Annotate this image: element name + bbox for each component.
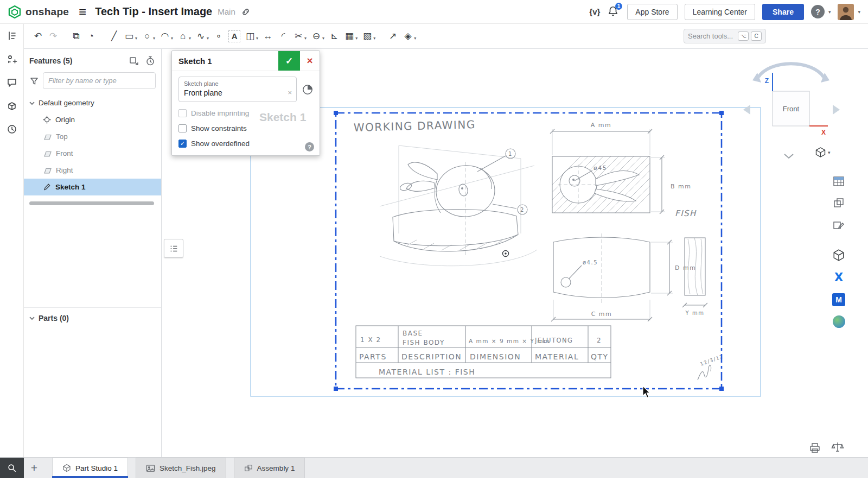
tree-item-front-plane[interactable]: Front <box>24 145 161 162</box>
avatar[interactable] <box>838 4 854 20</box>
search-tools-box[interactable]: Search tools... ⌥ C <box>684 29 766 43</box>
learning-center-button[interactable]: Learning Center <box>685 4 755 20</box>
point-tool-button[interactable]: ∘ <box>211 28 226 45</box>
edit-part-icon[interactable] <box>830 216 847 233</box>
chevron-down-icon[interactable]: ▾ <box>189 36 191 41</box>
display-grid-icon[interactable] <box>830 173 847 190</box>
rectangle-tool-button[interactable]: ▭ <box>122 28 137 45</box>
m-app-icon[interactable]: M <box>830 291 847 308</box>
pan-left-arrow-icon[interactable] <box>743 105 750 115</box>
history-clock-icon[interactable] <box>5 123 18 136</box>
insert-new-feature-icon[interactable] <box>129 55 139 66</box>
trim-tool-button[interactable]: ✂ <box>291 28 306 45</box>
share-link-icon[interactable] <box>241 7 251 17</box>
x-app-icon[interactable]: X <box>830 269 847 286</box>
measure-tool-button[interactable]: ⊾ <box>327 28 342 45</box>
app-store-button[interactable]: App Store <box>627 4 677 20</box>
isometric-cube-icon[interactable] <box>830 246 847 264</box>
arc-tool-button[interactable]: ◠ <box>157 28 173 45</box>
globe-icon[interactable] <box>830 313 847 330</box>
dimension-tool-button[interactable]: ↔ <box>260 28 276 45</box>
rollback-bar[interactable] <box>29 201 154 205</box>
tab-sketch-fish-jpeg[interactable]: Sketch_Fish.jpeg <box>136 458 226 478</box>
balance-scale-icon[interactable] <box>831 441 844 454</box>
tree-group-default-geometry[interactable]: Default geometry <box>24 94 161 111</box>
clear-selection-icon[interactable]: × <box>288 88 292 97</box>
offset-tool-button[interactable]: ⊖ <box>309 28 324 45</box>
chevron-down-icon[interactable]: ▾ <box>828 9 831 15</box>
sketch-origin-marker[interactable] <box>503 251 509 257</box>
branch-label[interactable]: Main <box>218 7 235 16</box>
fillet-tool-button[interactable]: ◜ <box>276 28 291 45</box>
rotate-arc[interactable] <box>758 64 824 77</box>
chevron-down-icon[interactable]: ▾ <box>858 9 860 15</box>
clock-icon[interactable] <box>302 84 313 95</box>
tab-search-button[interactable] <box>0 458 24 478</box>
chevron-down-icon[interactable]: ▾ <box>355 36 358 41</box>
circle-tool-button[interactable]: ○ <box>139 28 155 45</box>
dialog-help-button[interactable]: ? <box>305 142 314 151</box>
view-mode-cube-button[interactable]: ▾ <box>815 147 831 158</box>
inspect-tool-button[interactable]: ◈ <box>400 28 416 45</box>
checkbox-show-overdefined[interactable]: ✓ Show overdefined <box>178 140 313 148</box>
tree-item-origin[interactable]: Origin <box>24 111 161 128</box>
chevron-down-icon[interactable]: ▾ <box>153 36 155 41</box>
pan-right-arrow-icon[interactable] <box>833 105 840 115</box>
line-tool-button[interactable]: ╱ <box>106 28 122 45</box>
chevron-down-icon[interactable]: ▾ <box>414 36 416 41</box>
transform-tool-button[interactable]: ↗ <box>385 28 400 45</box>
share-button[interactable]: Share <box>762 4 804 20</box>
chevron-down-icon[interactable]: ▾ <box>135 36 137 41</box>
chevron-down-icon[interactable]: ▾ <box>171 36 173 41</box>
configurations-icon[interactable] <box>5 53 18 66</box>
sketch-plane-field[interactable]: Sketch plane Front plane × <box>178 77 297 102</box>
tree-item-right-plane[interactable]: Right <box>24 162 161 179</box>
tab-part-studio-1[interactable]: Part Studio 1 <box>52 458 128 478</box>
selection-handle[interactable] <box>334 387 338 391</box>
chevron-down-icon[interactable]: ▾ <box>256 36 258 41</box>
pattern-tool-button[interactable]: ▦ <box>342 28 357 45</box>
checkbox-icon[interactable] <box>178 124 187 132</box>
selection-handle[interactable] <box>719 387 724 391</box>
working-drawing-sketch-image[interactable]: WORKING DRAWING <box>354 118 725 380</box>
redo-button[interactable]: ↷ <box>46 28 61 45</box>
chevron-down-icon[interactable]: ▾ <box>207 36 209 41</box>
feature-list-icon[interactable] <box>5 29 18 42</box>
feature-list-toggle-button[interactable] <box>164 239 183 258</box>
parts-stack-icon[interactable] <box>830 194 847 212</box>
checkbox-icon[interactable] <box>178 109 187 117</box>
confirm-button[interactable]: ✓ <box>278 51 300 71</box>
tree-item-sketch-1[interactable]: Sketch 1 <box>24 179 161 195</box>
undo-button[interactable]: ↶ <box>30 28 46 45</box>
feature-filter-input[interactable] <box>43 72 156 89</box>
chevron-down-icon[interactable]: ▾ <box>373 36 375 41</box>
checkbox-show-constraints[interactable]: Show constraints <box>178 124 313 132</box>
checkbox-checked-icon[interactable]: ✓ <box>178 140 187 148</box>
mirror-tool-button[interactable]: ◫ <box>242 28 258 45</box>
printer-icon[interactable] <box>808 442 821 454</box>
help-button[interactable]: ? <box>811 5 825 18</box>
chevron-down-icon[interactable]: ▾ <box>322 36 324 41</box>
view-options-chevron-icon[interactable] <box>784 154 793 158</box>
tree-item-top-plane[interactable]: Top <box>24 128 161 145</box>
properties-box-icon[interactable] <box>5 99 18 112</box>
comments-icon[interactable] <box>5 76 18 89</box>
selection-handle[interactable] <box>719 111 724 115</box>
extrude-tool-button[interactable]: ⧉ <box>68 28 84 45</box>
revolve-tool-button[interactable]: ◔ <box>84 28 99 45</box>
notifications-bell-icon[interactable]: 1 <box>607 5 620 18</box>
insert-image-tool-button[interactable]: ▧ <box>360 28 375 45</box>
text-tool-button[interactable]: A <box>228 30 240 42</box>
cancel-button[interactable]: × <box>300 51 320 71</box>
tab-assembly-1[interactable]: Assembly 1 <box>234 458 305 478</box>
checkbox-disable-imprinting[interactable]: Disable imprinting <box>178 109 313 117</box>
versions-icon[interactable]: {v} <box>589 7 600 16</box>
parts-group-header[interactable]: Parts (0) <box>24 308 161 328</box>
add-tab-button[interactable]: + <box>24 458 44 478</box>
menu-icon[interactable]: ≡ <box>79 4 86 20</box>
polygon-tool-button[interactable]: ⌂ <box>175 28 190 45</box>
rollback-stopwatch-icon[interactable] <box>145 55 156 66</box>
chevron-down-icon[interactable]: ▾ <box>304 36 307 41</box>
selection-handle[interactable] <box>334 111 338 115</box>
view-cube[interactable]: Front Z X <box>738 54 857 163</box>
